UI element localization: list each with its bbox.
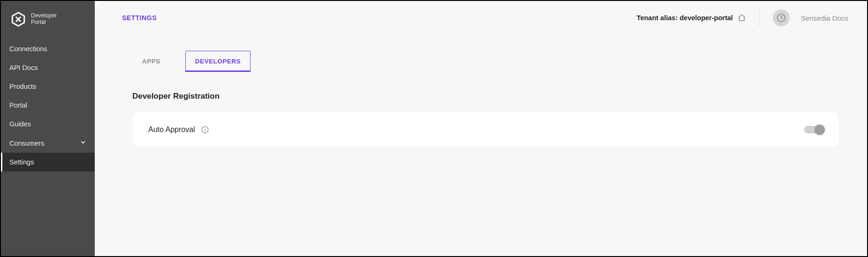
sidebar-item-label: Settings bbox=[9, 158, 34, 166]
sidebar-item-label: Consumers bbox=[9, 140, 44, 147]
toggle-knob bbox=[815, 125, 825, 135]
setting-label: Auto Approval bbox=[148, 125, 195, 134]
sidebar-item-api-docs[interactable]: API Docs bbox=[1, 58, 95, 77]
header-bar: SETTINGS Tenant alias: developer-portal … bbox=[95, 1, 867, 26]
chevron-down-icon bbox=[80, 139, 86, 147]
sidebar-item-products[interactable]: Products bbox=[1, 77, 95, 96]
sidebar-item-label: Portal bbox=[9, 101, 27, 109]
setting-row-left: Auto Approval bbox=[148, 125, 209, 134]
sidebar-item-settings[interactable]: Settings bbox=[1, 153, 95, 171]
tab-developers[interactable]: DEVELOPERS bbox=[185, 51, 251, 72]
brand-text: Developer Portal bbox=[31, 13, 57, 26]
sidebar-item-label: Guides bbox=[9, 120, 31, 128]
brand-line1: Developer bbox=[31, 13, 57, 19]
section-title: Developer Registration bbox=[95, 72, 867, 101]
brand-line2: Portal bbox=[31, 19, 57, 26]
brand-block: Developer Portal bbox=[1, 1, 95, 39]
avatar[interactable] bbox=[773, 9, 790, 26]
auto-approval-toggle[interactable] bbox=[804, 126, 823, 133]
sidebar-nav: Connections API Docs Products Portal Gui… bbox=[1, 39, 95, 171]
sidebar-item-label: API Docs bbox=[9, 64, 38, 71]
sidebar: Developer Portal Connections API Docs Pr… bbox=[1, 1, 95, 256]
home-icon[interactable] bbox=[738, 14, 746, 22]
tab-apps[interactable]: APPS bbox=[132, 51, 170, 72]
sidebar-item-label: Products bbox=[9, 83, 36, 90]
header-divider bbox=[759, 9, 760, 26]
settings-card: Auto Approval bbox=[132, 112, 839, 147]
brand-logo-icon bbox=[10, 11, 26, 27]
sidebar-item-portal[interactable]: Portal bbox=[1, 96, 95, 115]
tenant-alias: Tenant alias: developer-portal bbox=[637, 14, 746, 22]
sidebar-item-consumers[interactable]: Consumers bbox=[1, 133, 95, 153]
page-title: SETTINGS bbox=[122, 14, 157, 22]
tab-label: APPS bbox=[142, 58, 160, 65]
info-icon[interactable] bbox=[201, 125, 209, 134]
sidebar-item-connections[interactable]: Connections bbox=[1, 39, 95, 58]
tenant-alias-text: Tenant alias: developer-portal bbox=[637, 14, 733, 22]
tab-label: DEVELOPERS bbox=[195, 58, 241, 65]
sidebar-item-label: Connections bbox=[9, 45, 47, 53]
svg-point-3 bbox=[205, 128, 205, 128]
user-name: Sensedia Docs bbox=[801, 14, 848, 22]
tabs: APPS DEVELOPERS bbox=[95, 26, 867, 72]
sidebar-item-guides[interactable]: Guides bbox=[1, 115, 95, 133]
main-content: SETTINGS Tenant alias: developer-portal … bbox=[95, 1, 867, 256]
